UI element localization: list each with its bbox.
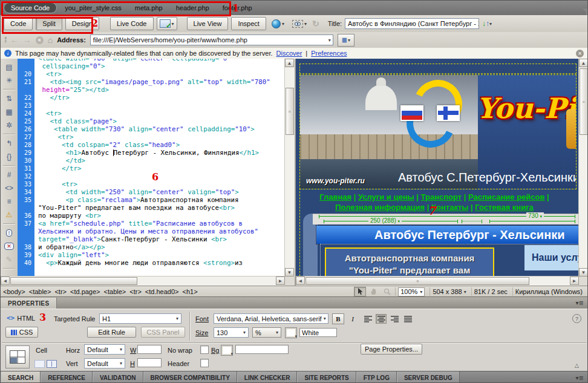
css-panel-button[interactable]: CSS Panel [141, 327, 185, 338]
tag-selector-item[interactable]: <tr> [54, 288, 67, 295]
align-justify-icon[interactable] [402, 314, 413, 324]
address-input[interactable]: file:///E|/WebServers/home/you-piter/www… [90, 34, 333, 45]
collapse-full-tag-icon[interactable]: ⇅ [2, 93, 16, 104]
tag-selector-item[interactable]: <td.head0> [145, 288, 179, 295]
text-color-input[interactable]: White [299, 328, 337, 337]
panel-tab-server-debug[interactable]: SERVER DEBUG [397, 372, 460, 383]
nav-link[interactable]: Полезная информация [335, 203, 425, 212]
tag-selector-item[interactable]: <table> [104, 288, 126, 295]
forward-icon[interactable]: → [23, 35, 31, 45]
tag-selector-item[interactable]: <h1> [183, 288, 198, 295]
italic-button[interactable]: I [347, 313, 359, 324]
align-center-icon[interactable] [376, 314, 387, 324]
merge-cells-icon[interactable] [34, 360, 45, 368]
zoom-tool-icon[interactable] [382, 287, 393, 296]
help-icon[interactable]: ? [572, 314, 581, 323]
related-file-tab[interactable]: you_piter_style.css [58, 3, 128, 13]
inspect-button[interactable]: Inspect [231, 17, 266, 30]
panel-tab-browser-compatibility[interactable]: BROWSER COMPATIBILITY [143, 372, 237, 383]
balance-braces-icon[interactable]: {} [2, 151, 16, 162]
preview-in-browser-button[interactable]: ▾ [269, 18, 287, 30]
panel-menu-icon[interactable]: ▾≣ [576, 300, 584, 306]
nav-link[interactable]: Расписание рейсов [468, 192, 544, 201]
bold-button[interactable]: B [332, 313, 344, 324]
panel-tab-site-reports[interactable]: SITE REPORTS [297, 372, 356, 383]
visual-aids-button[interactable]: ▾ [290, 18, 309, 30]
home-icon[interactable]: ⌂ [48, 35, 53, 45]
table-width-bar[interactable]: 730 ▾ 250 (288) ▾ [313, 214, 579, 224]
size-unit-select[interactable]: %▾ [252, 327, 281, 338]
tag-selector-item[interactable]: <body> [3, 288, 25, 295]
code-editor[interactable]: <table width="780" align="center" cellpa… [18, 59, 285, 277]
split-view-button[interactable]: Split [36, 17, 62, 30]
refresh-icon[interactable]: ↻ [312, 19, 319, 28]
panel-tab-ftp-log[interactable]: FTP LOG [356, 372, 397, 383]
close-info-bar-icon[interactable]: ✕ [576, 50, 584, 57]
expand-all-icon[interactable]: ✲ [2, 119, 16, 131]
css-mode-button[interactable]: CSS [5, 327, 38, 338]
source-code-tab[interactable]: Source Code [4, 2, 57, 13]
align-left-icon[interactable] [362, 314, 373, 324]
discover-link[interactable]: Discover [276, 50, 302, 57]
hand-tool-icon[interactable] [368, 287, 379, 296]
panel-tab-search[interactable]: SEARCH [1, 372, 41, 383]
preferences-link[interactable]: Preferences [311, 50, 347, 57]
collapse-selection-icon[interactable]: ▦ [2, 106, 16, 117]
zoom-level-select[interactable]: 100%▾ [398, 287, 425, 296]
page-properties-button[interactable]: Page Properties... [361, 344, 422, 355]
related-file-tab[interactable]: meta.php [128, 3, 169, 13]
font-select[interactable]: Verdana, Arial, Helvetica, sans-serif▾ [214, 313, 328, 324]
nav-link[interactable]: Главная [319, 192, 351, 201]
remove-comment-icon[interactable]: ✕ [2, 240, 16, 252]
apply-comment-icon[interactable]: ! [2, 227, 16, 238]
design-canvas[interactable]: www.you-piter.ru You-Piter Автобус С.Пет… [296, 59, 579, 276]
panel-tab-reference[interactable]: REFERENCE [41, 372, 93, 383]
code-view-button[interactable]: Code [4, 17, 33, 30]
panel-tab-validation[interactable]: VALIDATION [93, 372, 143, 383]
height-input[interactable] [137, 358, 162, 367]
stop-icon[interactable]: ✕ [36, 36, 44, 44]
bg-color-input[interactable] [235, 345, 289, 354]
properties-tab[interactable]: PROPERTIES [1, 298, 57, 309]
back-icon[interactable]: ← [10, 35, 19, 45]
design-horizontal-scrollbar[interactable]: ◄ ≡ ► [296, 276, 579, 286]
live-view-button[interactable]: Live View [187, 17, 229, 30]
tag-selector-item[interactable]: <td.page> [70, 288, 100, 295]
code-vertical-scrollbar[interactable]: ▲ ≡ ▼ [284, 59, 295, 277]
horz-select[interactable]: Default▾ [84, 344, 125, 355]
code-navigator-icon[interactable]: ✳ [2, 74, 16, 86]
collapse-panel-icon[interactable]: △ [575, 362, 579, 368]
title-input[interactable]: Автобус в Финляндию (Санкт Петербург - Х… [345, 18, 479, 29]
width-input[interactable] [137, 345, 162, 354]
wrap-tag-icon[interactable]: ✎ [2, 254, 16, 265]
check-browser-compatibility-button[interactable]: ✓▾ [157, 17, 177, 30]
nav-link[interactable]: Контакты [431, 203, 468, 212]
wrap-lines-icon[interactable]: ≡ [2, 195, 16, 207]
code-horizontal-scrollbar[interactable]: ◄ ► [1, 276, 285, 286]
results-panel-menu-icon[interactable]: ▾≣ [576, 375, 584, 381]
line-numbers-icon[interactable]: # [2, 169, 16, 180]
bg-color-swatch[interactable]: ▾ [221, 345, 233, 356]
highlight-invalid-code-icon[interactable]: <> [2, 182, 16, 194]
html-mode-button[interactable]: <> HTML [7, 314, 35, 322]
select-tool-icon[interactable] [354, 287, 366, 296]
panel-tab-link-checker[interactable]: LINK CHECKER [237, 372, 298, 383]
related-file-tab[interactable]: footer.php [216, 3, 259, 13]
size-select[interactable]: 130▾ [214, 327, 249, 338]
open-documents-icon[interactable]: ▤ [2, 61, 16, 73]
file-management-button[interactable]: ↓↑▾ [482, 19, 492, 28]
vert-select[interactable]: Default▾ [84, 358, 125, 368]
design-view-button[interactable]: Design [65, 17, 99, 30]
edit-rule-button[interactable]: Edit Rule [87, 327, 136, 338]
related-file-tab[interactable]: header.php [169, 3, 216, 13]
syntax-error-alerts-icon[interactable]: ⚠ [2, 209, 16, 220]
text-color-swatch[interactable]: ▾ [285, 327, 297, 338]
view-options-button[interactable]: ≣▾ [338, 34, 354, 47]
window-size-select[interactable]: 504 x 388▾ [430, 287, 468, 296]
no-wrap-checkbox[interactable] [200, 345, 209, 354]
split-cell-icon[interactable] [47, 360, 57, 368]
targeted-rule-select[interactable]: H1▾ [99, 313, 181, 324]
align-right-icon[interactable] [389, 314, 400, 324]
nav-link[interactable]: Транспорт [421, 192, 462, 201]
select-parent-tag-icon[interactable]: ↰ [2, 137, 16, 149]
